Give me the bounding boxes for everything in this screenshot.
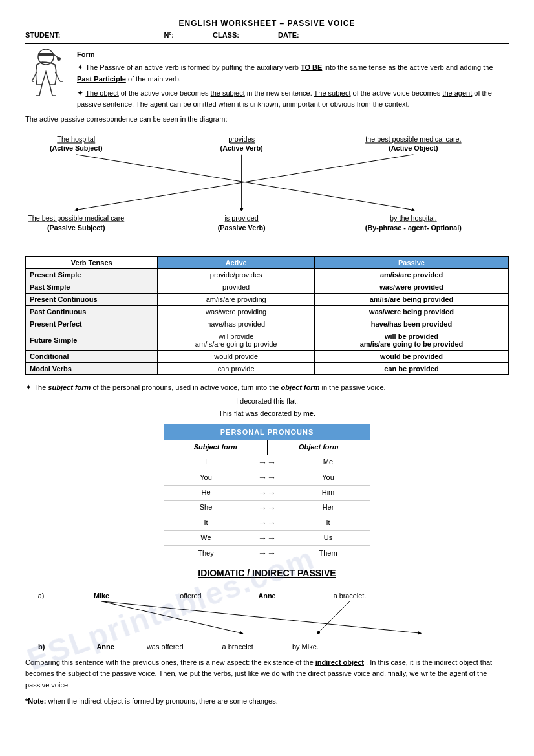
pronouns-example1: I decorated this flat.	[25, 396, 509, 407]
pronoun-object: You	[286, 471, 370, 484]
pronoun-object: It	[286, 517, 370, 530]
svg-line-9	[50, 85, 52, 96]
diagram-section: The active-passive correspondence can be…	[25, 115, 509, 250]
pronouns-col1-header: Subject form	[164, 440, 268, 455]
svg-text:(Passive Verb): (Passive Verb)	[218, 224, 266, 232]
tense-cell: Modal Verbs	[26, 363, 158, 375]
svg-line-34	[318, 601, 350, 632]
svg-text:The best possible medical care: The best possible medical care	[28, 215, 124, 222]
student-figure-icon	[25, 49, 67, 101]
pronoun-arrow-icon: →→	[248, 501, 286, 515]
svg-rect-1	[38, 53, 54, 56]
pronouns-example2: This flat was decorated by me.	[25, 408, 509, 420]
pronouns-row: He→→Him	[164, 486, 370, 501]
pronouns-table-wrapper: PERSONAL PRONOUNS Subject form Object fo…	[25, 424, 509, 561]
svg-text:(By-phrase - agent- Optional): (By-phrase - agent- Optional)	[365, 224, 462, 232]
student-line: STUDENT: Nº: CLASS: DATE:	[25, 28, 509, 39]
svg-line-33	[101, 601, 420, 632]
passive-cell: am/is/are being provided	[315, 294, 509, 306]
pronoun-subject: He	[164, 486, 248, 499]
pronouns-rows: I→→MeYou→→YouHe→→HimShe→→HerIt→→ItWe→→Us…	[164, 455, 370, 561]
pronouns-row: She→→Her	[164, 501, 370, 515]
active-cell: provided	[158, 281, 315, 294]
svg-text:provides: provides	[228, 135, 255, 143]
svg-text:the best possible medical care: the best possible medical care.	[365, 135, 461, 143]
pronoun-subject: They	[164, 547, 248, 560]
table-row: Past Simpleprovidedwas/were provided	[26, 281, 509, 294]
form-bullet1: ✦ The Passive of an active verb is forme…	[77, 61, 509, 85]
b-bracelet: a bracelet	[222, 643, 253, 651]
form-title: Form	[77, 49, 509, 60]
passive-cell: would be provided	[315, 351, 509, 363]
b-by-mike: by Mike.	[292, 643, 319, 651]
pronouns-row: We→→Us	[164, 531, 370, 546]
svg-point-3	[57, 57, 61, 61]
table-header-active: Active	[158, 257, 315, 269]
student-icon	[25, 49, 70, 110]
idiomatic-section: IDIOMATIC / INDIRECT PASSIVE a) Mike off…	[25, 568, 509, 651]
main-title: ENGLISH WORKSHEET – PASSIVE VOICE	[25, 19, 509, 28]
pronoun-arrow-icon: →→	[248, 486, 286, 500]
pronoun-subject: We	[164, 532, 248, 545]
active-cell: will provide am/is/are going to provide	[158, 330, 315, 351]
svg-text:(Active Object): (Active Object)	[389, 144, 438, 152]
date-label: DATE:	[278, 31, 299, 39]
pronoun-object: Her	[286, 501, 370, 514]
pronoun-arrow-icon: →→	[248, 546, 286, 560]
tense-cell: Past Continuous	[26, 306, 158, 318]
active-cell: can provide	[158, 363, 315, 375]
table-row: Present Continuousam/is/are providingam/…	[26, 294, 509, 306]
active-cell: provide/provides	[158, 269, 315, 281]
table-row: Present Simpleprovide/providesam/is/are …	[26, 269, 509, 281]
pronoun-arrow-icon: →→	[248, 531, 286, 545]
no-field[interactable]	[180, 30, 206, 39]
tense-cell: Future Simple	[26, 330, 158, 351]
svg-text:(Passive Subject): (Passive Subject)	[47, 224, 105, 232]
svg-line-32	[101, 601, 242, 632]
bottom-paragraph: Comparing this sentence with the previou…	[25, 657, 509, 691]
student-label: STUDENT:	[25, 31, 60, 39]
diagram-intro: The active-passive correspondence can be…	[25, 115, 509, 123]
table-row: Future Simplewill provide am/is/are goin…	[26, 330, 509, 351]
svg-line-8	[39, 85, 42, 96]
svg-text:a): a)	[38, 592, 45, 599]
student-field[interactable]	[67, 30, 157, 39]
pronoun-arrow-icon: →→	[248, 470, 286, 484]
pronouns-section: ✦ The subject form of the personal prono…	[25, 382, 509, 561]
pronouns-col2-header: Object form	[268, 440, 370, 455]
form-section: Form ✦ The Passive of an active verb is …	[25, 49, 509, 110]
title-section: ENGLISH WORKSHEET – PASSIVE VOICE STUDEN…	[25, 19, 509, 44]
b-label: b)	[38, 643, 45, 651]
pronouns-row: They→→Them	[164, 546, 370, 560]
idiomatic-title: IDIOMATIC / INDIRECT PASSIVE	[25, 568, 509, 578]
pronouns-col-headers: Subject form Object form	[164, 440, 370, 455]
form-bullet2: ✦ The object of the active voice becomes…	[77, 87, 509, 111]
pronoun-object: Them	[286, 547, 370, 560]
no-label: Nº:	[164, 31, 174, 39]
pronoun-subject: It	[164, 517, 248, 530]
pronoun-subject: You	[164, 471, 248, 484]
pronoun-object: Us	[286, 532, 370, 545]
svg-text:a bracelet.: a bracelet.	[334, 592, 367, 599]
form-text: Form ✦ The Passive of an active verb is …	[77, 49, 509, 110]
date-field[interactable]	[306, 30, 409, 39]
bottom-text: Comparing this sentence with the previou…	[25, 657, 509, 707]
active-cell: have/has provided	[158, 318, 315, 330]
pronoun-object: Him	[286, 486, 370, 499]
pronouns-row: You→→You	[164, 470, 370, 485]
class-field[interactable]	[246, 30, 272, 39]
b-anne: Anne	[96, 643, 114, 651]
table-header-passive: Passive	[315, 257, 509, 269]
svg-text:offered: offered	[180, 592, 201, 599]
tense-cell: Present Continuous	[26, 294, 158, 306]
passive-cell: was/were provided	[315, 281, 509, 294]
svg-text:by the hospital.: by the hospital.	[390, 215, 437, 222]
pronoun-subject: She	[164, 501, 248, 514]
passive-cell: was/were being provided	[315, 306, 509, 318]
passive-cell: have/has been provided	[315, 318, 509, 330]
pronouns-note: ✦ The subject form of the personal prono…	[25, 382, 509, 394]
passive-cell: am/is/are provided	[315, 269, 509, 281]
svg-text:Mike: Mike	[94, 592, 109, 599]
active-cell: would provide	[158, 351, 315, 363]
pronoun-object: Me	[286, 456, 370, 469]
